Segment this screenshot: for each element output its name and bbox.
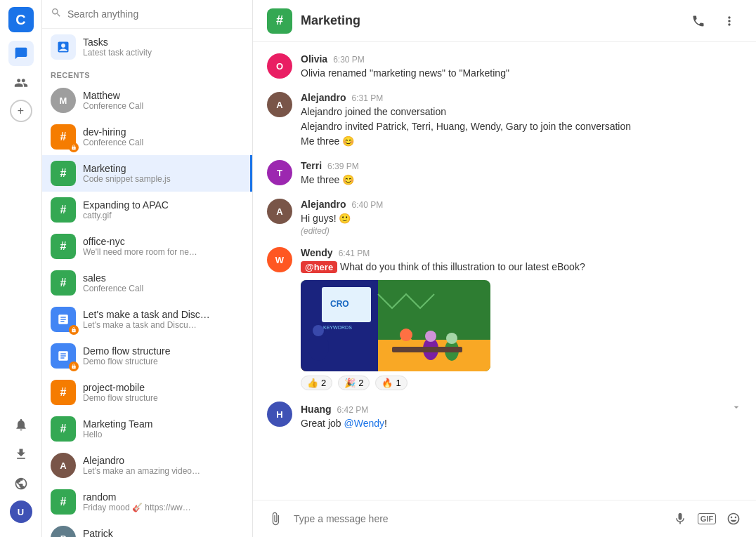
svg-point-13 (446, 333, 457, 344)
patrick-name: Patrick (83, 528, 244, 537)
random-sub: Friday mood 🎸 https://ww… (83, 503, 244, 512)
sidebar-item-matthew[interactable]: M Matthew Conference Call (42, 82, 252, 119)
reaction-party[interactable]: 🎉2 (338, 376, 370, 390)
matthew-name: Matthew (83, 90, 244, 101)
expanding-icon: # (51, 197, 76, 223)
mention-wendy: @Wendy (344, 418, 384, 429)
message-terri: T Terri 6:39 PM Me three 😊 (267, 160, 742, 187)
lock-badge-2 (69, 325, 79, 335)
nav-notifications[interactable] (8, 412, 34, 437)
dev-hiring-sub: Conference Call (83, 138, 244, 147)
message-wendy: W Wendy 6:41 PM @here What do you think … (267, 247, 742, 390)
sidebar-item-lets-make-task[interactable]: Let's make a task and Disc… Let's make a… (42, 301, 252, 338)
reaction-thumbsup[interactable]: 👍2 (301, 376, 332, 390)
add-icon: + (18, 105, 24, 117)
sidebar-item-dev-hiring[interactable]: # dev-hiring Conference Call (42, 119, 252, 155)
sidebar-item-office-nyc[interactable]: # office-nyc We'll need more room for ne… (42, 228, 252, 265)
nav-globe[interactable] (8, 471, 34, 496)
office-nyc-sub: We'll need more room for ne… (83, 247, 244, 257)
nav-chat[interactable] (8, 41, 34, 66)
huang-time: 6:42 PM (337, 405, 369, 415)
alejandro-avatar-msg: A (267, 92, 292, 117)
message-alejandro-2: A Alejandro 6:40 PM Hi guys! 🙂 (edited) (267, 199, 742, 236)
sidebar-item-tasks[interactable]: Tasks Latest task activity (42, 29, 252, 65)
wendy-avatar: W (267, 247, 292, 272)
svg-rect-14 (392, 347, 462, 352)
wendy-msg: @here What do you think of this illustra… (301, 260, 742, 274)
alejandro-msg-name: Alejandro (301, 92, 346, 103)
expanding-sub: catty.gif (83, 211, 244, 220)
demo-flow-sub: Demo flow structure (83, 357, 244, 366)
nav-download[interactable] (8, 442, 34, 467)
sidebar-item-demo-flow[interactable]: Demo flow structure Demo flow structure (42, 338, 252, 374)
project-mobile-sub: Demo flow structure (83, 393, 244, 403)
lets-task-name: Let's make a task and Disc… (83, 309, 244, 320)
sales-name: sales (83, 272, 244, 284)
sidebar-item-alejandro[interactable]: A Alejandro Let's make an amazing video… (42, 447, 252, 484)
emoji-button[interactable] (722, 508, 745, 530)
alejandro-msg-hi: Hi guys! 🙂 (301, 211, 742, 226)
svg-point-7 (313, 325, 324, 336)
huang-name: Huang (301, 404, 332, 415)
sidebar: Tasks Latest task activity RECENTS M Mat… (42, 0, 253, 537)
huang-msg: Great job @Wendy! (301, 416, 742, 431)
reaction-fire[interactable]: 🔥1 (375, 376, 407, 390)
icon-bar: C + U (0, 0, 42, 537)
sidebar-item-random[interactable]: # random Friday mood 🎸 https://ww… (42, 484, 252, 520)
sidebar-item-project-mobile[interactable]: # project-mobile Demo flow structure (42, 374, 252, 411)
chat-input-bar: GIF (253, 500, 756, 537)
sales-sub: Conference Call (83, 284, 244, 293)
channel-title: Marketing (301, 13, 677, 28)
search-input[interactable] (67, 8, 244, 20)
user-avatar[interactable]: U (10, 500, 32, 523)
marketing-team-sub: Hello (83, 430, 244, 439)
chat-messages: O Olivia 6:30 PM Olivia renamed "marketi… (253, 42, 756, 500)
lock-badge (69, 142, 79, 152)
sidebar-item-marketing[interactable]: # Marketing Code snippet sample.js (42, 155, 252, 192)
expand-button[interactable] (731, 402, 742, 415)
alejandro-avatar: A (51, 453, 76, 478)
nav-contacts[interactable] (8, 70, 34, 95)
alejandro-sub: Let's make an amazing video… (83, 466, 244, 476)
nav-add[interactable]: + (10, 100, 32, 122)
svg-text:CRO: CRO (330, 299, 349, 309)
tasks-icon (51, 34, 76, 60)
sidebar-item-marketing-team[interactable]: # Marketing Team Hello (42, 411, 252, 447)
tasks-sub: Latest task activity (83, 48, 244, 58)
lock-badge-3 (69, 362, 79, 371)
random-icon: # (51, 489, 76, 515)
olivia-time: 6:30 PM (333, 55, 365, 65)
voice-button[interactable] (669, 508, 691, 530)
sidebar-item-expanding-apac[interactable]: # Expanding to APAC catty.gif (42, 192, 252, 228)
app-logo[interactable]: C (8, 7, 34, 32)
sidebar-item-patrick[interactable]: P Patrick A-yo 👋 (42, 520, 252, 537)
sidebar-list: Tasks Latest task activity RECENTS M Mat… (42, 29, 252, 537)
more-options-button[interactable] (717, 8, 742, 34)
wendy-reactions: 👍2 🎉2 🔥1 (301, 376, 742, 390)
terri-name: Terri (301, 160, 322, 171)
tasks-name: Tasks (83, 37, 244, 48)
message-olivia: O Olivia 6:30 PM Olivia renamed "marketi… (267, 53, 742, 81)
olivia-name: Olivia (301, 53, 327, 65)
message-input[interactable] (294, 513, 662, 524)
call-button[interactable] (686, 8, 711, 34)
sales-icon: # (51, 270, 76, 296)
wendy-time: 6:41 PM (339, 248, 370, 258)
olivia-avatar: O (267, 53, 292, 79)
marketing-icon: # (51, 161, 76, 186)
matthew-avatar: M (51, 88, 76, 113)
alejandro-name-2: Alejandro (301, 199, 346, 210)
alejandro-msg-time: 6:31 PM (352, 93, 384, 103)
project-mobile-icon: # (51, 380, 76, 405)
marketing-team-icon: # (51, 416, 76, 442)
patrick-avatar: P (51, 526, 76, 537)
alejandro-edited: (edited) (301, 226, 742, 236)
attachment-button[interactable] (264, 508, 287, 530)
wendy-image[interactable]: CRO KEYWORDS (301, 280, 490, 371)
marketing-name: Marketing (83, 163, 242, 174)
sidebar-item-sales[interactable]: # sales Conference Call (42, 265, 252, 301)
gif-button[interactable]: GIF (696, 508, 718, 530)
demo-flow-name: Demo flow structure (83, 345, 244, 357)
matthew-sub: Conference Call (83, 101, 244, 111)
terri-time: 6:39 PM (327, 161, 359, 171)
